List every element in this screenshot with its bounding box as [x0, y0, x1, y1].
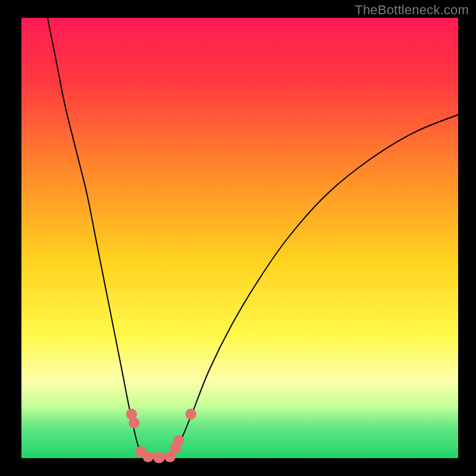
marker-point [186, 409, 196, 419]
chart-frame: TheBottleneck.com [0, 0, 476, 476]
marker-point [153, 451, 165, 463]
plot-background [21, 18, 458, 458]
marker-point [173, 435, 184, 446]
bottleneck-chart [0, 0, 476, 476]
marker-point [143, 452, 154, 462]
watermark-text: TheBottleneck.com [355, 2, 469, 18]
marker-point [129, 418, 139, 428]
